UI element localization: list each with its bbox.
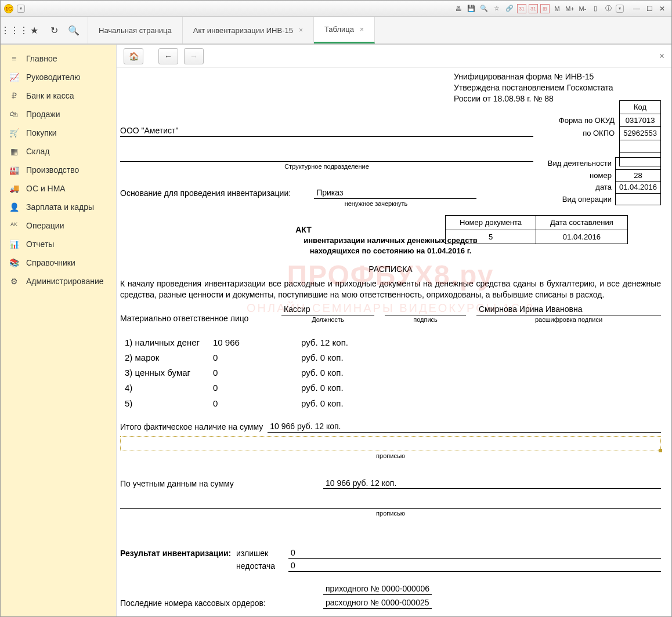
selected-cell[interactable] — [120, 436, 661, 451]
prihod-order: приходного № 0000-000006 — [323, 583, 432, 595]
back-button[interactable]: ← — [158, 48, 178, 64]
item-rub: 0 — [209, 381, 297, 395]
sidebar-icon: ≡ — [9, 54, 19, 63]
print-icon[interactable]: 🖶 — [453, 3, 464, 14]
calendar1-icon[interactable]: 31 — [517, 4, 526, 13]
sidebar-item-7[interactable]: 🚚ОС и НМА — [1, 179, 116, 198]
sidebar-item-2[interactable]: ₽Банк и касса — [1, 86, 116, 105]
document-scroll[interactable]: ПРОФБУХ8.ру ОНЛАЙН-СЕМИНАРЫ ВИДЕОКУРСЫ 1… — [117, 68, 671, 616]
sidebar-label: Продажи — [26, 110, 60, 119]
blank-line — [120, 497, 661, 509]
sidebar-item-6[interactable]: 🏭Производство — [1, 161, 116, 179]
data-label: дата — [544, 182, 616, 194]
rub-word: руб. 0 коп. — [298, 366, 352, 380]
sidebar-label: Покупки — [26, 128, 57, 137]
sidebar: ≡Главное📈Руководителю₽Банк и касса🛍Прода… — [1, 45, 117, 616]
sidebar-item-5[interactable]: ▦Склад — [1, 142, 116, 161]
approval-line1: Унифицированная форма № ИНВ-15 — [454, 71, 661, 82]
maximize-button[interactable]: ☐ — [644, 3, 655, 14]
m-icon[interactable]: M — [552, 3, 562, 14]
nomer-value: 28 — [615, 169, 660, 182]
total-value: 10 966 руб. 12 коп. — [268, 421, 661, 433]
main-area: 🏠 ← → × ПРОФБУХ8.ру ОНЛАЙН-СЕМИНАРЫ ВИДЕ… — [117, 45, 671, 616]
sidebar-item-8[interactable]: 👤Зарплата и кадры — [1, 198, 116, 216]
app-icon: 1C — [4, 4, 13, 13]
code-block: Код Форма по ОКУД0317013 по ОКПО52962553 — [555, 100, 661, 166]
tab-start[interactable]: Начальная страница — [88, 17, 183, 43]
act-sub2: находящихся по состоянию на 01.04.2016 г… — [120, 246, 661, 256]
app-menu-dropdown[interactable]: ▾ — [17, 5, 25, 13]
sidebar-label: Главное — [26, 54, 57, 63]
sidebar-label: Администрирование — [26, 277, 104, 286]
rub-word: руб. 0 коп. — [298, 381, 352, 395]
preview-icon[interactable]: 🔍 — [479, 3, 489, 14]
act-title: АКТ — [120, 224, 487, 235]
sidebar-label: Операции — [26, 221, 64, 230]
sidebar-item-4[interactable]: 🛒Покупки — [1, 124, 116, 142]
info-dropdown[interactable]: ▾ — [616, 5, 624, 13]
sidebar-item-12[interactable]: ⚙Администрирование — [1, 272, 116, 291]
mplus-icon[interactable]: M+ — [565, 3, 575, 14]
sidebar-item-0[interactable]: ≡Главное — [1, 49, 116, 68]
forward-button: → — [184, 48, 204, 64]
item-rub: 0 — [209, 351, 297, 365]
home-button[interactable]: 🏠 — [124, 48, 143, 64]
search-icon[interactable]: 🔍 — [68, 24, 80, 36]
table-row: 5)0руб. 0 коп. — [121, 397, 352, 411]
sidebar-item-1[interactable]: 📈Руководителю — [1, 68, 116, 86]
sidebar-label: Руководителю — [26, 72, 80, 82]
apps-icon[interactable]: ⋮⋮⋮ — [9, 24, 20, 36]
sidebar-item-10[interactable]: 📊Отчеты — [1, 235, 116, 253]
sidebar-label: Производство — [26, 165, 79, 175]
struct-label: Структурное подразделение — [120, 162, 533, 171]
sidebar-item-3[interactable]: 🛍Продажи — [1, 105, 116, 124]
main-toolbar: 🏠 ← → × — [117, 45, 671, 68]
calculator-icon[interactable]: ⊞ — [540, 4, 550, 13]
okpo-value: 52962553 — [620, 127, 661, 140]
sidebar-icon: ₽ — [9, 91, 19, 100]
sidebar-icon: 📊 — [9, 239, 19, 249]
sidebar-icon: ⚙ — [9, 277, 19, 286]
table-row: 4)0руб. 0 коп. — [121, 381, 352, 395]
document: ПРОФБУХ8.ру ОНЛАЙН-СЕМИНАРЫ ВИДЕОКУРСЫ 1… — [120, 71, 661, 609]
table-row: 1) наличных денег10 966руб. 12 коп. — [121, 336, 352, 350]
items-table: 1) наличных денег10 966руб. 12 коп.2) ма… — [120, 335, 353, 412]
sidebar-item-11[interactable]: 📚Справочники — [1, 253, 116, 272]
tabbar: ⋮⋮⋮ ★ ↻ 🔍 Начальная страница Акт инвента… — [1, 17, 671, 45]
ned-value: 0 — [288, 560, 661, 572]
basis-value: Приказ — [314, 187, 476, 199]
tab-table[interactable]: Таблица× — [314, 17, 375, 43]
close-button[interactable]: ✕ — [656, 3, 668, 14]
tab-label: Начальная страница — [99, 26, 172, 35]
ned-label: недостача — [236, 561, 288, 572]
item-rub: 10 966 — [209, 336, 297, 350]
panel-close-icon[interactable]: × — [659, 51, 664, 61]
vid-deyat-label: Вид деятельности — [544, 158, 616, 170]
izl-value: 0 — [288, 547, 661, 559]
mminus-icon[interactable]: M- — [577, 3, 588, 14]
minimize-button[interactable]: — — [631, 3, 642, 14]
app-window: 1C ▾ 🖶 💾 🔍 ☆ 🔗 31 31 ⊞ M M+ M- ▯ ⓘ ▾ — ☐… — [0, 0, 672, 617]
selection-handle-icon[interactable] — [659, 449, 662, 452]
item-name: 3) ценных бумаг — [121, 366, 208, 380]
sidebar-item-9[interactable]: ᴬᴷОперации — [1, 216, 116, 235]
sidebar-label: Отчеты — [26, 239, 54, 249]
empty-cell — [620, 140, 661, 153]
tab-close-icon[interactable]: × — [299, 26, 303, 34]
panel-icon[interactable]: ▯ — [590, 3, 601, 14]
info-icon[interactable]: ⓘ — [603, 3, 613, 14]
sidebar-icon: ▦ — [9, 147, 19, 156]
favorite-icon[interactable]: ☆ — [492, 3, 502, 14]
tab-label: Таблица — [324, 25, 354, 34]
podpis-sublabel: подпись — [385, 315, 466, 324]
history-icon[interactable]: ↻ — [48, 24, 60, 36]
rub-word: руб. 0 коп. — [298, 351, 352, 365]
save-icon[interactable]: 💾 — [466, 3, 476, 14]
link-icon[interactable]: 🔗 — [504, 3, 515, 14]
sidebar-label: Справочники — [26, 258, 75, 267]
star-icon[interactable]: ★ — [28, 24, 40, 36]
tab-close-icon[interactable]: × — [360, 26, 364, 34]
tab-inventory-act[interactable]: Акт инвентаризации ИНВ-15× — [183, 17, 314, 43]
calendar2-icon[interactable]: 31 — [529, 4, 538, 13]
basis-label: Основание для проведения инвентаризации: — [120, 188, 291, 199]
